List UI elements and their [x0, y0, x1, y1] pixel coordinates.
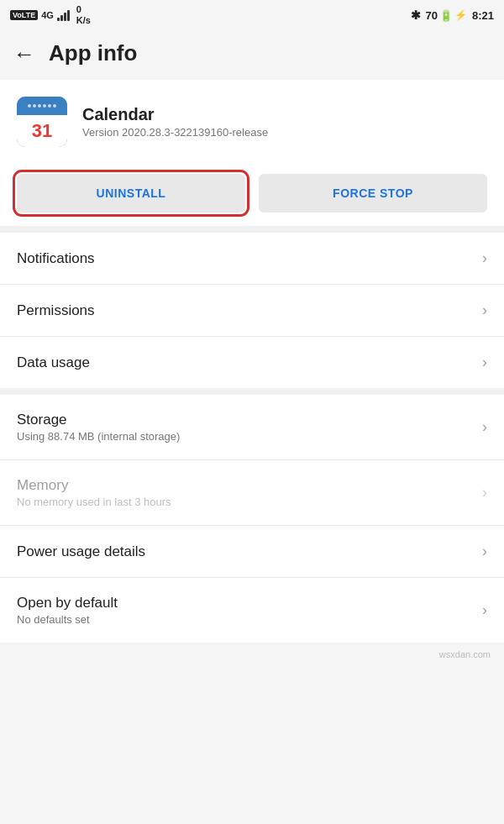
- app-name: Calendar: [82, 105, 268, 124]
- battery-container: 70 🔋 ⚡: [426, 9, 467, 22]
- calendar-dots: [28, 104, 56, 108]
- uninstall-button[interactable]: UNINSTALL: [17, 174, 245, 213]
- data-usage-item[interactable]: Data usage ›: [0, 337, 504, 388]
- storage-item[interactable]: Storage Using 88.74 MB (internal storage…: [0, 395, 504, 460]
- header: ← App info: [0, 30, 504, 80]
- open-by-default-subtitle: No defaults set: [17, 613, 118, 626]
- power-usage-item[interactable]: Power usage details ›: [0, 526, 504, 578]
- open-by-default-item[interactable]: Open by default No defaults set ›: [0, 578, 504, 643]
- bluetooth-icon: ✱: [411, 8, 421, 22]
- notifications-item[interactable]: Notifications ›: [0, 233, 504, 285]
- status-left: VoLTE 4G 0 K/s: [10, 4, 91, 26]
- app-icon-top: [17, 97, 67, 115]
- volte-indicator: VoLTE: [10, 10, 38, 20]
- chevron-icon: ›: [482, 484, 487, 501]
- chevron-icon: ›: [482, 302, 487, 319]
- force-stop-button[interactable]: FORCE STOP: [259, 174, 487, 213]
- signal-4g-label: 4G: [41, 10, 54, 20]
- page-title: App info: [49, 40, 137, 66]
- app-icon: 31: [17, 97, 67, 147]
- storage-subtitle: Using 88.74 MB (internal storage): [17, 430, 180, 443]
- memory-subtitle: No memory used in last 3 hours: [17, 496, 171, 508]
- back-button[interactable]: ←: [13, 43, 35, 65]
- notifications-label: Notifications: [17, 250, 95, 267]
- watermark: wsxdan.com: [0, 643, 504, 666]
- chevron-icon: ›: [482, 354, 487, 371]
- app-info-section: 31 Calendar Version 2020.28.3-322139160-…: [0, 80, 504, 164]
- clock: 8:21: [472, 9, 494, 22]
- action-buttons: UNINSTALL FORCE STOP: [0, 164, 504, 226]
- open-by-default-label: Open by default: [17, 595, 118, 611]
- calendar-date: 31: [32, 120, 52, 142]
- app-details: Calendar Version 2020.28.3-322139160-rel…: [82, 105, 268, 139]
- power-usage-label: Power usage details: [17, 543, 145, 560]
- storage-label: Storage: [17, 412, 180, 428]
- app-version: Version 2020.28.3-322139160-release: [82, 126, 268, 139]
- battery-level-text: 70: [426, 9, 438, 22]
- chevron-icon: ›: [482, 601, 487, 619]
- section-divider-2: [0, 388, 504, 395]
- chevron-icon: ›: [482, 418, 487, 436]
- chevron-icon: ›: [482, 543, 487, 560]
- signal-bars: [57, 9, 70, 21]
- permissions-item[interactable]: Permissions ›: [0, 285, 504, 337]
- memory-item[interactable]: Memory No memory used in last 3 hours ›: [0, 460, 504, 526]
- status-right: ✱ 70 🔋 ⚡ 8:21: [411, 8, 495, 22]
- status-bar: VoLTE 4G 0 K/s ✱ 70 🔋 ⚡ 8:21: [0, 0, 504, 30]
- network-speed: 0 K/s: [76, 4, 91, 26]
- menu-list-bottom: Storage Using 88.74 MB (internal storage…: [0, 395, 504, 643]
- permissions-label: Permissions: [17, 302, 95, 319]
- chevron-icon: ›: [482, 249, 487, 267]
- menu-list-top: Notifications › Permissions › Data usage…: [0, 233, 504, 388]
- memory-label: Memory: [17, 477, 171, 494]
- charging-icon: ⚡: [454, 9, 467, 21]
- battery-icon: 🔋: [439, 9, 453, 22]
- section-divider-1: [0, 226, 504, 233]
- data-usage-label: Data usage: [17, 354, 90, 371]
- app-icon-bottom: 31: [17, 115, 67, 147]
